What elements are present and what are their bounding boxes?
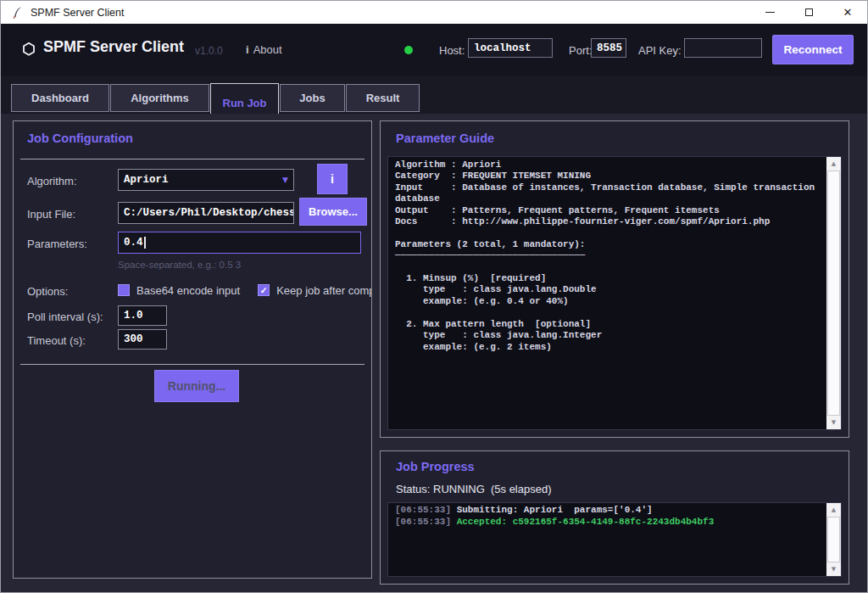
poll-interval-label: Poll interval (s):: [27, 310, 103, 323]
separator: [20, 159, 364, 159]
job-status-text: Status: RUNNING (5s elapsed): [396, 483, 552, 495]
tab-run-job[interactable]: Run Job: [210, 83, 279, 114]
scrollbar-thumb[interactable]: [827, 171, 840, 416]
scroll-down-icon[interactable]: ▼: [826, 562, 841, 576]
separator: [20, 364, 364, 365]
algorithm-value: Apriori: [124, 174, 169, 186]
tab-bar: Dashboard Algorithms Run Job Jobs Result: [1, 76, 867, 114]
parameter-guide-textbox: Algorithm : Apriori Category : FREQUENT …: [387, 156, 842, 430]
window-controls: ✕: [750, 1, 867, 24]
app-feather-icon: [12, 6, 23, 20]
hexagon-logo-icon: [22, 42, 36, 57]
job-log-scrollbar[interactable]: ▲ ▼: [826, 503, 841, 576]
parameters-label: Parameters:: [27, 238, 87, 250]
log-message: Submitting: Apriori params=['0.4']: [457, 505, 653, 515]
job-configuration-panel: Job Configuration Algorithm: Apriori ▼ i…: [13, 120, 372, 579]
chevron-down-icon[interactable]: ▼: [282, 176, 288, 184]
base64-checkbox[interactable]: [118, 284, 130, 296]
host-label: Host:: [439, 44, 465, 57]
browse-button[interactable]: Browse...: [299, 198, 367, 226]
tab-jobs[interactable]: Jobs: [280, 84, 345, 112]
parameters-field[interactable]: 0.4: [118, 232, 361, 254]
parameter-guide-title: Parameter Guide: [396, 131, 494, 145]
log-line: [06:55:33] Submitting: Apriori params=['…: [395, 505, 820, 517]
job-progress-panel: Job Progress Status: RUNNING (5s elapsed…: [380, 450, 849, 585]
timeout-label: Timeout (s):: [27, 334, 86, 347]
title-bar: SPMF Server Client ✕: [1, 1, 867, 24]
job-progress-title: Job Progress: [396, 460, 475, 473]
about-label: About: [253, 43, 282, 56]
app-window: SPMF Server Client ✕ SPMF Server Client …: [0, 0, 868, 593]
maximize-icon: [805, 8, 813, 16]
maximize-button[interactable]: [789, 1, 828, 24]
run-job-button[interactable]: Running...: [154, 370, 239, 402]
options-label: Options:: [27, 285, 68, 298]
connection-status-icon: [404, 46, 413, 54]
tab-dashboard[interactable]: Dashboard: [11, 84, 109, 112]
job-log-textbox: [06:55:33] Submitting: Apriori params=['…: [387, 502, 842, 577]
input-file-label: Input File:: [27, 208, 75, 221]
check-icon: ✓: [260, 286, 268, 295]
poll-interval-field[interactable]: 1.0: [118, 305, 167, 326]
parameters-hint: Space-separated, e.g.: 0.5 3: [118, 260, 241, 270]
log-line: [06:55:33] Accepted: c592165f-6354-4149-…: [395, 517, 820, 529]
scroll-up-icon[interactable]: ▲: [826, 503, 841, 517]
input-file-field[interactable]: C:/Users/Phil/Desktop/chess.txt: [118, 202, 294, 224]
parameters-value: 0.4: [124, 237, 143, 249]
host-input[interactable]: localhost: [468, 38, 553, 58]
log-timestamp: [06:55:33]: [395, 517, 457, 527]
close-button[interactable]: ✕: [828, 1, 867, 24]
port-label: Port:: [569, 44, 592, 57]
minimize-icon: [765, 12, 775, 13]
timeout-field[interactable]: 300: [118, 329, 167, 350]
log-message: Accepted: c592165f-6354-4149-88fc-2243db…: [457, 517, 715, 527]
reconnect-button[interactable]: Reconnect: [772, 35, 854, 64]
minimize-button[interactable]: [750, 1, 789, 24]
parameter-guide-panel: Parameter Guide Algorithm : Apriori Cate…: [380, 120, 849, 438]
algorithm-label: Algorithm:: [27, 175, 77, 187]
port-input[interactable]: 8585: [591, 38, 626, 58]
options-row: Base64 encode input ✓ Keep job after com…: [118, 282, 371, 299]
scroll-up-icon[interactable]: ▲: [826, 157, 841, 171]
app-title: SPMF Server Client: [43, 38, 184, 56]
text-cursor: [144, 237, 146, 249]
app-header: SPMF Server Client v1.0.0 iAbout Host: l…: [1, 24, 867, 76]
keep-job-checkbox[interactable]: ✓: [258, 284, 270, 296]
algorithm-info-button[interactable]: i: [317, 164, 348, 194]
log-timestamp: [06:55:33]: [395, 505, 457, 515]
about-link[interactable]: iAbout: [246, 43, 282, 56]
api-key-input[interactable]: [684, 38, 762, 58]
info-icon: i: [246, 43, 249, 56]
scroll-down-icon[interactable]: ▼: [826, 416, 841, 429]
api-key-label: API Key:: [638, 44, 682, 57]
keep-job-checkbox-label: Keep job after completion: [276, 284, 371, 297]
version-label: v1.0.0: [195, 45, 223, 57]
job-configuration-title: Job Configuration: [27, 131, 133, 145]
window-title: SPMF Server Client: [31, 7, 124, 19]
parameter-guide-scrollbar[interactable]: ▲ ▼: [826, 157, 841, 429]
scrollbar-thumb[interactable]: [827, 517, 840, 562]
job-log: [06:55:33] Submitting: Apriori params=['…: [388, 503, 826, 576]
algorithm-combobox[interactable]: Apriori ▼: [118, 169, 294, 191]
parameter-guide-content: Algorithm : Apriori Category : FREQUENT …: [388, 157, 826, 429]
tab-result[interactable]: Result: [346, 84, 420, 112]
close-icon: ✕: [843, 6, 853, 19]
base64-checkbox-label: Base64 encode input: [136, 284, 240, 297]
tab-algorithms[interactable]: Algorithms: [110, 84, 209, 112]
